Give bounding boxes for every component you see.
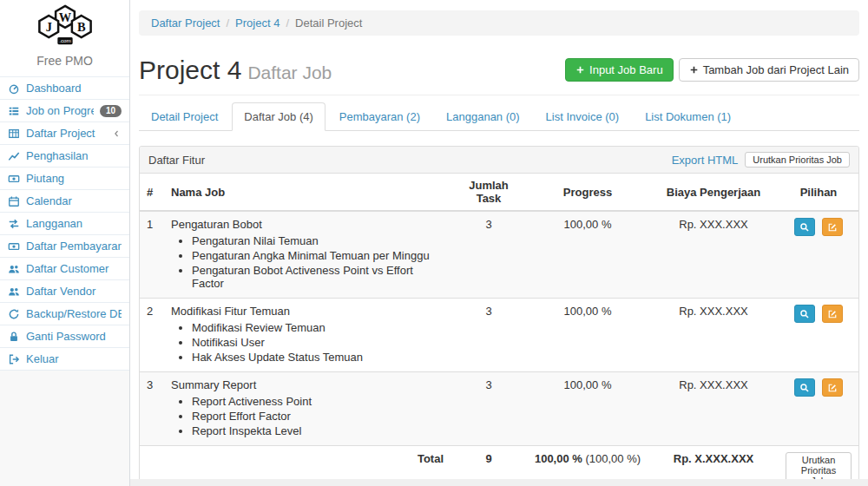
calendar-icon [8,195,20,207]
page-subtitle: Daftar Job [247,62,332,82]
job-name-cell: Modifikasi Fitur Temuan Modifikasi Revie… [164,299,450,372]
task-count: 3 [450,372,527,446]
lock-icon [8,331,20,343]
view-job-button[interactable] [794,378,815,397]
breadcrumb-daftar-project[interactable]: Daftar Project [151,16,220,30]
sidebar-item-label: Job on Progress [26,104,94,117]
sidebar-item-label: Penghasilan [26,149,122,162]
sidebar-item-piutang[interactable]: Piutang [0,167,129,190]
sidebar-item-penghasilan[interactable]: Penghasilan [0,145,129,167]
header-actions: Input Job Baru Tambah Job dari Project L… [565,58,859,82]
actions-cell [779,211,858,299]
subtask-list: Report Activeness Point Report Effort Fa… [192,395,444,437]
page-title: Project 4Daftar Job [139,56,332,84]
list-icon [8,105,20,117]
view-job-button[interactable] [794,305,815,323]
sidebar-item-ganti-password[interactable]: Ganti Password [0,325,129,348]
app-logo: W J B .com [0,0,129,50]
sidebar-item-daftar-project[interactable]: Daftar Project [0,122,129,145]
tab-detail-project[interactable]: Detail Project [139,102,232,130]
tab-list-invoice[interactable]: List Invoice (0) [534,102,634,130]
sidebar-item-label: Daftar Pembayaran [26,240,122,253]
col-header-progress: Progress [527,174,648,211]
main-content: Daftar Project Project 4 Detail Project … [130,0,868,479]
tab-bar: Detail Project Daftar Job (4) Pembayaran… [139,102,859,131]
chevron-left-icon [111,128,122,139]
sidebar-item-backup-restore-db[interactable]: Backup/Restore DB [0,303,129,325]
tambah-job-dari-project-lain-button[interactable]: Tambah Job dari Project Lain [679,58,859,82]
edit-icon [827,383,838,393]
sidebar-item-dashboard[interactable]: Dashboard [0,76,129,100]
refresh-icon [8,308,20,320]
cost-value: Rp. XXX.XXX [648,211,779,299]
subtask: Pengaturan Bobot Activeness Point vs Eff… [192,264,444,290]
col-header-pilihan: Pilihan [779,174,858,211]
table-row: 3 Summary Report Report Activeness Point… [140,372,858,446]
sidebar-item-job-on-progress[interactable]: Job on Progress 10 [0,100,129,122]
edit-job-button[interactable] [822,305,843,323]
svg-text:J: J [45,20,51,34]
sidebar-item-calendar[interactable]: Calendar [0,190,129,213]
sidebar: W J B .com Free PMO Dashboard Job on Pro… [0,0,130,486]
sidebar-item-label: Calendar [26,194,122,207]
subtask: Report Inspekta Level [192,424,444,437]
users-icon [8,263,20,275]
sidebar-item-langganan[interactable]: Langganan [0,213,129,235]
sidebar-item-daftar-vendor[interactable]: Daftar Vendor [0,280,129,303]
svg-text:.com: .com [59,37,71,43]
sidebar-item-label: Dashboard [26,82,122,95]
col-header-no: # [140,174,164,211]
job-count-badge: 10 [100,105,122,117]
subtask: Pengaturan Angka Minimal Temuan per Ming… [192,249,444,262]
sidebar-item-label: Langganan [26,217,122,230]
total-row: Total 9 100,00 % (100,00 %) Rp. X.XXX.XX… [140,446,858,480]
edit-job-button[interactable] [822,218,843,236]
search-icon [799,309,810,319]
sidebar-item-label: Daftar Vendor [26,285,122,298]
total-label: Total [164,446,450,480]
sidebar-menu: Dashboard Job on Progress 10 Daftar Proj… [0,76,129,371]
task-count: 3 [450,299,527,372]
svg-text:W: W [58,10,71,24]
total-cost: Rp. X.XXX.XXX [648,446,779,480]
sidebar-item-daftar-customer[interactable]: Daftar Customer [0,258,129,280]
edit-job-button[interactable] [822,378,843,397]
tab-daftar-job[interactable]: Daftar Job (4) [232,102,326,130]
app: W J B .com Free PMO Dashboard Job on Pro… [0,0,868,486]
urutkan-prioritas-job-button[interactable]: Urutkan Prioritas Job [745,152,850,167]
table-row: 1 Pengaturan Bobot Pengaturan Nilai Temu… [140,211,858,299]
job-name: Pengaturan Bobot [171,218,262,231]
plus-icon [575,65,585,75]
sidebar-item-daftar-pembayaran[interactable]: Daftar Pembayaran [0,235,129,258]
table-header-row: # Nama Job Jumlah Task Progress Biaya Pe… [140,174,858,211]
urutkan-prioritas-job-button[interactable]: Urutkan Prioritas Job [786,452,852,479]
cost-value: Rp. XXX.XXX [648,299,779,372]
input-job-baru-button[interactable]: Input Job Baru [565,58,674,82]
total-progress: 100,00 % (100,00 %) [527,446,648,480]
sidebar-item-label: Backup/Restore DB [26,307,122,320]
breadcrumb-project-4[interactable]: Project 4 [235,16,279,30]
search-icon [799,222,810,233]
tab-langganan[interactable]: Langganan (0) [434,102,534,130]
sidebar-item-keluar[interactable]: Keluar [0,348,129,371]
panel-daftar-fitur: Daftar Fitur Export HTML Urutkan Priorit… [139,146,859,479]
job-name: Summary Report [171,378,256,391]
export-html-link[interactable]: Export HTML [672,154,739,167]
button-label: Input Job Baru [589,63,663,76]
tab-pembayaran[interactable]: Pembayaran (2) [327,102,434,130]
exchange-icon [8,218,20,230]
col-header-biaya: Biaya Pengerjaan [648,174,779,211]
plus-icon [689,65,699,75]
subtask: Pengaturan Nilai Temuan [192,234,444,247]
sidebar-item-label: Piutang [26,172,122,185]
tab-list-dokumen[interactable]: List Dokumen (1) [633,102,745,130]
page-header: Project 4Daftar Job Input Job Baru Tamba… [139,47,859,95]
view-job-button[interactable] [794,218,815,236]
subtask: Report Effort Factor [192,410,444,423]
sidebar-item-label: Keluar [26,352,122,365]
users-icon [8,286,20,298]
subtask: Modifikasi Review Temuan [192,321,444,334]
job-name-cell: Pengaturan Bobot Pengaturan Nilai Temuan… [164,211,450,299]
sidebar-item-label: Daftar Project [26,127,105,140]
button-label: Tambah Job dari Project Lain [703,63,849,76]
